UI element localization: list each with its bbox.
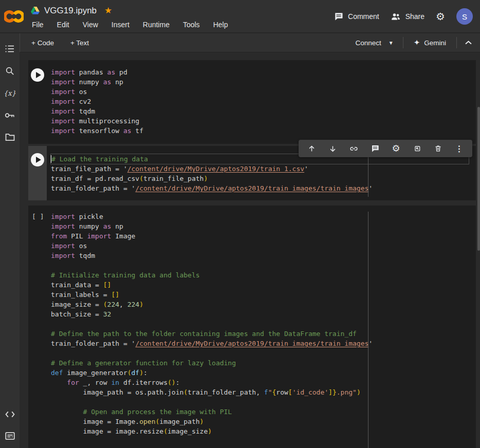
scrollbar[interactable]	[477, 105, 480, 448]
menu-item-file[interactable]: File	[32, 21, 44, 29]
menu-bar: FileEditViewInsertRuntimeToolsHelp	[32, 21, 228, 29]
run-cell-button[interactable]	[31, 153, 44, 166]
code-line[interactable]: import numpy as np	[51, 221, 476, 231]
connect-button[interactable]: Connect ▼	[346, 39, 402, 47]
avatar[interactable]: S	[456, 8, 473, 25]
code-cell-3: [ ] import pickleimport numpy as npfrom …	[28, 206, 476, 448]
settings-button[interactable]: ⚙	[436, 11, 445, 22]
code-line[interactable]: train_data = []	[51, 280, 476, 290]
code-line[interactable]: import multiprocessing	[51, 116, 476, 126]
add-text-label: + Text	[70, 39, 89, 47]
code-line[interactable]: from PIL import Image	[51, 231, 476, 241]
scrollbar-thumb[interactable]	[477, 107, 480, 251]
files-folder-icon[interactable]	[5, 132, 15, 142]
left-sidebar: {x}	[0, 33, 20, 448]
editor-settings-icon[interactable]: ⚙	[388, 141, 404, 156]
code-line[interactable]: import numpy as np	[51, 77, 476, 87]
code-line[interactable]: import os	[51, 241, 476, 251]
menu-item-edit[interactable]: Edit	[57, 21, 69, 29]
code-line[interactable]: import cv2	[51, 97, 476, 106]
code-line[interactable]	[51, 397, 476, 407]
code-line[interactable]: # Define the path to the folder containi…	[51, 329, 476, 339]
delete-cell-icon[interactable]	[430, 141, 446, 156]
code-line[interactable]: train_file_path = '/content/drive/MyDriv…	[51, 164, 476, 174]
code-line[interactable]	[51, 319, 476, 329]
run-cell-brackets[interactable]: [ ]	[32, 212, 44, 221]
code-line[interactable]: batch_size = 32	[51, 309, 476, 319]
move-cell-down-icon[interactable]	[325, 141, 341, 156]
code-line[interactable]: image = Image.open(image_path)	[51, 417, 476, 426]
code-line[interactable]: import pandas as pd	[51, 67, 476, 77]
menu-item-view[interactable]: View	[83, 21, 98, 29]
code-line[interactable]: # Open and process the image with PIL	[51, 407, 476, 417]
code-line[interactable]: train_df = pd.read_csv(train_file_path)	[51, 174, 476, 183]
code-line[interactable]: # Convert PIL image to numpy array	[51, 446, 476, 448]
chevron-down-icon: ▼	[389, 40, 394, 46]
notebook-toolbar: + Code + Text Connect ▼ ✦ Gemini	[20, 33, 480, 52]
menu-item-help[interactable]: Help	[213, 21, 228, 29]
code-line[interactable]: image = image.resize(image_size)	[51, 426, 476, 436]
comment-label: Comment	[348, 12, 379, 21]
run-cell-button[interactable]	[31, 68, 44, 82]
comment-icon	[334, 12, 343, 21]
comment-button[interactable]: Comment	[334, 12, 379, 21]
gemini-button[interactable]: ✦ Gemini	[403, 38, 456, 47]
play-icon	[36, 72, 41, 78]
colab-logo[interactable]	[4, 7, 24, 26]
collapse-toolbar-button[interactable]	[457, 41, 480, 45]
connect-label: Connect	[355, 39, 381, 47]
code-snippets-icon[interactable]	[5, 409, 15, 419]
notebook-content: import pandas as pdimport numpy as npimp…	[20, 52, 480, 448]
share-button[interactable]: Share	[391, 12, 424, 21]
cell-toolbar: ⚙ ⋮	[299, 140, 472, 157]
table-of-contents-icon[interactable]	[5, 44, 15, 54]
code-line[interactable]	[51, 348, 476, 358]
code-cell-1: import pandas as pdimport numpy as npimp…	[28, 60, 476, 144]
gear-icon: ⚙	[436, 11, 445, 22]
secrets-key-icon[interactable]	[5, 110, 15, 120]
google-drive-icon	[31, 7, 40, 14]
code-line[interactable]: import pickle	[51, 212, 476, 221]
search-icon[interactable]	[5, 66, 15, 76]
more-actions-icon[interactable]: ⋮	[451, 141, 467, 156]
cell-code-2[interactable]: import pickleimport numpy as npfrom PIL …	[51, 206, 476, 448]
menu-item-tools[interactable]: Tools	[183, 21, 200, 29]
code-line[interactable]	[51, 260, 476, 270]
add-comment-icon[interactable]	[367, 141, 383, 156]
code-line[interactable]: import tqdm	[51, 251, 476, 260]
code-line[interactable]: image_size = (224, 224)	[51, 300, 476, 309]
terminal-icon[interactable]	[5, 431, 15, 441]
add-code-button[interactable]: + Code	[26, 36, 59, 50]
code-line[interactable]: import tensorflow as tf	[51, 126, 476, 136]
notebook-title[interactable]: VGG19.ipynb	[44, 6, 97, 16]
share-icon	[391, 12, 401, 21]
variables-icon[interactable]: {x}	[5, 88, 15, 98]
mirror-cell-icon[interactable]	[409, 141, 425, 156]
code-line[interactable]: image_path = os.path.join(train_folder_p…	[51, 387, 476, 397]
code-line[interactable]	[51, 436, 476, 446]
code-line[interactable]: train_folder_path = '/content/drive/MyDr…	[51, 183, 476, 193]
code-line[interactable]: def image_generator(df):	[51, 368, 476, 378]
menu-item-runtime[interactable]: Runtime	[143, 21, 170, 29]
share-label: Share	[405, 12, 424, 21]
gemini-label: Gemini	[424, 39, 446, 47]
code-line[interactable]: # Initialize training data and labels	[51, 270, 476, 280]
sparkle-icon: ✦	[414, 38, 420, 47]
chevron-up-icon	[465, 41, 472, 45]
code-line[interactable]: import os	[51, 87, 476, 97]
cell-code-0[interactable]: import pandas as pdimport numpy as npimp…	[51, 60, 476, 144]
add-text-button[interactable]: + Text	[65, 36, 94, 50]
code-line[interactable]: train_labels = []	[51, 290, 476, 300]
move-cell-up-icon[interactable]	[304, 141, 320, 156]
code-line[interactable]: import tqdm	[51, 106, 476, 116]
code-line[interactable]: for _, row in df.iterrows():	[51, 378, 476, 387]
star-icon[interactable]: ★	[104, 5, 112, 16]
code-line[interactable]: train_folder_path = '/content/drive/MyDr…	[51, 339, 476, 348]
menu-item-insert[interactable]: Insert	[112, 21, 130, 29]
copy-link-icon[interactable]	[346, 141, 362, 156]
app-header: VGG19.ipynb ★ FileEditViewInsertRuntimeT…	[0, 0, 480, 33]
editor-ruler	[368, 212, 368, 448]
add-code-label: + Code	[31, 39, 54, 47]
play-icon	[36, 157, 41, 163]
code-line[interactable]: # Define a generator function for lazy l…	[51, 358, 476, 368]
